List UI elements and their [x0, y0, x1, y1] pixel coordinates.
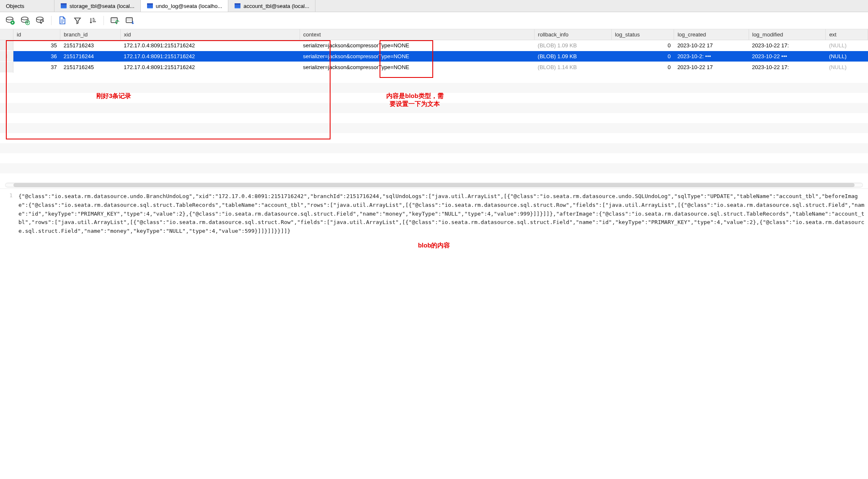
table-row[interactable]: 352151716243172.17.0.4:8091:2151716242se…	[0, 40, 868, 51]
document-button[interactable]	[57, 15, 68, 26]
tab-label: Objects	[6, 3, 24, 9]
col-log-modified[interactable]: log_modified	[749, 29, 826, 40]
svg-marker-18	[41, 23, 42, 24]
import-button[interactable]	[109, 15, 121, 26]
cell-context[interactable]: serializer=jackson&compressorType=NONE	[300, 51, 534, 62]
cell-log-status[interactable]: 0	[611, 62, 674, 73]
table-row[interactable]: 372151716245172.17.0.4:8091:2151716242se…	[0, 62, 868, 73]
run-button[interactable]	[4, 15, 16, 26]
col-log-status[interactable]: log_status	[611, 29, 674, 40]
detail-line-number: 1	[0, 189, 17, 239]
rollback-button[interactable]	[34, 15, 46, 26]
cell-branch-id[interactable]: 2151716244	[60, 51, 121, 62]
svg-rect-3	[61, 7, 67, 7]
sort-button[interactable]	[87, 15, 98, 26]
svg-rect-24	[93, 21, 96, 22]
svg-rect-2	[61, 5, 67, 6]
cell-log-status[interactable]: 0	[611, 40, 674, 51]
scrollbar-thumb[interactable]	[13, 183, 854, 187]
col-branch-id[interactable]: branch_id	[60, 29, 121, 40]
col-xid[interactable]: xid	[120, 29, 300, 40]
cell-log-created[interactable]: 2023-10-22 17	[674, 40, 749, 51]
cell-id[interactable]: 37	[13, 62, 60, 73]
svg-rect-6	[147, 5, 153, 6]
detail-content[interactable]: {"@class":"io.seata.rm.datasource.undo.B…	[17, 189, 868, 239]
svg-point-17	[36, 17, 43, 20]
svg-rect-10	[235, 5, 240, 6]
gutter-header	[0, 29, 13, 40]
cell-rollback-info[interactable]: (BLOB) 1.14 KB	[535, 62, 612, 73]
cell-branch-id[interactable]: 2151716243	[60, 40, 121, 51]
cell-ext[interactable]: (NULL)	[826, 62, 868, 73]
svg-rect-22	[93, 18, 94, 19]
col-ext[interactable]: ext	[826, 29, 868, 40]
col-rollback-info[interactable]: rollback_info	[535, 29, 612, 40]
col-id[interactable]: id	[13, 29, 60, 40]
row-gutter[interactable]	[0, 40, 13, 51]
cell-xid[interactable]: 172.17.0.4:8091:2151716242	[120, 62, 300, 73]
cell-log-created[interactable]: 2023-10-2: •••	[674, 51, 749, 62]
cell-context[interactable]: serializer=jackson&compressorType=NONE	[300, 40, 534, 51]
svg-rect-26	[111, 18, 117, 19]
cell-rollback-info[interactable]: (BLOB) 1.09 KB	[535, 40, 612, 51]
svg-rect-7	[147, 7, 153, 7]
commit-button[interactable]	[19, 15, 31, 26]
toolbar-divider	[51, 16, 52, 25]
svg-rect-31	[126, 18, 132, 19]
data-grid-wrapper: id branch_id xid context rollback_info l…	[0, 29, 868, 182]
svg-rect-23	[93, 20, 95, 21]
table-icon	[60, 3, 67, 9]
cell-log-created[interactable]: 2023-10-22 17	[674, 62, 749, 73]
tab-account-tbl[interactable]: account_tbl@seata (local...	[228, 0, 315, 12]
cell-log-status[interactable]: 0	[611, 51, 674, 62]
svg-rect-11	[235, 7, 240, 7]
horizontal-scrollbar[interactable]	[5, 183, 863, 188]
cell-xid[interactable]: 172.17.0.4:8091:2151716242	[120, 51, 300, 62]
svg-rect-33	[126, 21, 132, 21]
toolbar	[0, 12, 868, 29]
data-grid[interactable]: id branch_id xid context rollback_info l…	[0, 29, 868, 73]
row-gutter[interactable]	[0, 62, 13, 73]
tab-storage-tbl[interactable]: storage_tbl@seata (local...	[54, 0, 141, 12]
cell-log-modified[interactable]: 2023-10-22 17:	[749, 40, 826, 51]
svg-rect-19	[61, 20, 64, 20]
svg-rect-21	[61, 22, 63, 23]
svg-point-15	[21, 17, 28, 20]
table-icon	[234, 3, 241, 9]
svg-rect-1	[61, 3, 67, 5]
export-button[interactable]	[124, 15, 136, 26]
detail-pane: 1 {"@class":"io.seata.rm.datasource.undo…	[0, 188, 868, 239]
cell-branch-id[interactable]: 2151716245	[60, 62, 121, 73]
tab-objects[interactable]: Objects	[0, 0, 54, 12]
svg-rect-32	[126, 19, 132, 20]
cell-id[interactable]: 35	[13, 40, 60, 51]
tab-label: storage_tbl@seata (local...	[70, 3, 134, 9]
cell-ext[interactable]: (NULL)	[826, 51, 868, 62]
table-row[interactable]: I362151716244172.17.0.4:8091:2151716242s…	[0, 51, 868, 62]
svg-rect-20	[61, 21, 64, 21]
cell-context[interactable]: serializer=jackson&compressorType=NONE	[300, 62, 534, 73]
annotation-text-3: blob的内容	[0, 239, 868, 252]
tab-label: undo_log@seata (localho...	[156, 3, 222, 9]
tab-label: account_tbl@seata (local...	[243, 3, 309, 9]
cell-log-modified[interactable]: 2023-10-22 17:	[749, 62, 826, 73]
tabs-bar: Objects storage_tbl@seata (local... undo…	[0, 0, 868, 12]
cell-log-modified[interactable]: 2023-10-22 •••	[749, 51, 826, 62]
svg-rect-5	[147, 3, 153, 5]
toolbar-divider	[103, 16, 104, 25]
tab-undo-log[interactable]: undo_log@seata (localho...	[141, 0, 228, 12]
svg-point-12	[6, 17, 13, 20]
col-log-created[interactable]: log_created	[674, 29, 749, 40]
svg-rect-9	[235, 3, 240, 5]
svg-rect-27	[111, 19, 117, 20]
cell-id[interactable]: 36	[13, 51, 60, 62]
table-icon	[147, 3, 153, 9]
cell-xid[interactable]: 172.17.0.4:8091:2151716242	[120, 40, 300, 51]
cell-rollback-info[interactable]: (BLOB) 1.09 KB	[535, 51, 612, 62]
cell-ext[interactable]: (NULL)	[826, 40, 868, 51]
col-context[interactable]: context	[300, 29, 534, 40]
filter-button[interactable]	[72, 15, 83, 26]
row-gutter[interactable]: I	[0, 51, 13, 62]
